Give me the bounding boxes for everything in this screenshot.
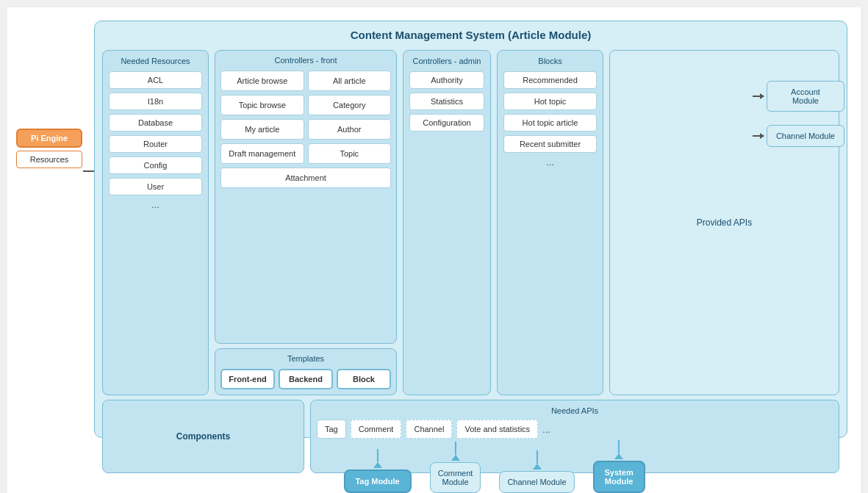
canvas: Pi Engine Resources Content Management S… xyxy=(7,7,861,493)
account-arrow-head xyxy=(760,93,764,99)
resource-router: Router xyxy=(109,135,202,153)
pi-engine: Pi Engine Resources xyxy=(16,129,82,168)
api-tag: Tag xyxy=(317,420,346,439)
ctrl-topic-browse: Topic browse xyxy=(220,95,304,115)
system-arrow-line xyxy=(618,440,620,453)
templates-panel: Templates Front-end Backend Block xyxy=(215,348,397,395)
block-hot-topic-article: Hot topic article xyxy=(503,114,597,132)
blocks-panel: Blocks Recommended Hot topic Hot topic a… xyxy=(497,50,603,395)
layout-wrapper: Pi Engine Resources Content Management S… xyxy=(7,7,861,493)
blocks-dots: ... xyxy=(503,156,597,168)
channel-module-label: Channel Module xyxy=(776,132,835,140)
controllers-front-items: Article browse All article Topic browse … xyxy=(220,71,391,188)
comment-arrow-head xyxy=(451,455,460,461)
resource-database: Database xyxy=(109,114,202,132)
account-arrow-line xyxy=(753,96,760,97)
templates-buttons: Front-end Backend Block xyxy=(220,369,391,389)
controllers-front-title: Controllers - front xyxy=(220,56,391,65)
api-dots: ... xyxy=(542,424,550,435)
arrow-line xyxy=(83,170,94,172)
controllers-front-panel: Controllers - front Article browse All a… xyxy=(215,50,397,344)
blocks-title: Blocks xyxy=(503,57,597,65)
channel-arrow-head xyxy=(760,133,764,139)
template-backend: Backend xyxy=(279,369,333,389)
channel-module-right: Channel Module xyxy=(767,125,844,147)
main-title: Content Management System (Article Modul… xyxy=(95,21,847,46)
admin-statistics: Statistics xyxy=(409,93,484,110)
channel-bottom-group: Channel Module xyxy=(499,450,574,493)
admin-authority: Authority xyxy=(409,71,484,89)
block-hot-topic: Hot topic xyxy=(503,93,597,110)
components-panel: Components xyxy=(102,400,304,473)
tag-module-group: Tag Module xyxy=(343,449,411,493)
channel-bottom-arrow-line xyxy=(536,450,537,464)
tag-module: Tag Module xyxy=(343,469,411,493)
channel-bottom-arrow-head xyxy=(532,464,541,469)
external-modules: AccountModule Channel Module xyxy=(767,81,844,147)
ctrl-all-article: All article xyxy=(308,71,392,91)
account-module-label: AccountModule xyxy=(791,87,820,105)
resource-user: User xyxy=(109,178,202,195)
resource-dots: ... xyxy=(109,199,202,210)
comment-module: CommentModule xyxy=(430,462,481,493)
ctrl-author: Author xyxy=(308,119,392,140)
ctrl-attachment: Attachment xyxy=(220,168,391,188)
template-frontend: Front-end xyxy=(220,369,275,389)
provided-apis-label: Provided APIs xyxy=(697,217,752,228)
pi-engine-label: Pi Engine xyxy=(16,129,82,148)
api-comment: Comment xyxy=(351,420,402,439)
resource-i18n: I18n xyxy=(109,93,202,110)
comment-module-group: CommentModule xyxy=(430,442,481,493)
tag-arrow-line xyxy=(377,449,379,462)
needed-resources-panel: Needed Resources ACL I18n Database Route… xyxy=(102,50,209,395)
needed-apis-title: Needed APIs xyxy=(317,406,833,415)
comment-arrow-line xyxy=(455,442,456,455)
api-channel: Channel xyxy=(406,420,452,439)
api-vote: Vote and statistics xyxy=(456,420,538,439)
account-module: AccountModule xyxy=(767,81,844,112)
channel-arrow-line xyxy=(753,135,760,137)
top-section: Needed Resources ACL I18n Database Route… xyxy=(102,50,839,395)
block-recent-submitter: Recent submitter xyxy=(503,135,597,153)
block-recommended: Recommended xyxy=(503,71,597,89)
needed-apis-items: Tag Comment Channel Vote and statistics … xyxy=(317,420,833,439)
ctrl-draft-management: Draft management xyxy=(220,143,304,164)
account-arrow xyxy=(753,93,764,99)
ctrl-category: Category xyxy=(308,95,392,115)
system-module: SystemModule xyxy=(593,461,645,493)
channel-arrow xyxy=(753,133,764,139)
controllers-admin-title: Controllers - admin xyxy=(409,57,484,65)
ctrl-article-browse: Article browse xyxy=(220,71,304,91)
template-block: Block xyxy=(337,369,391,389)
system-module-group: SystemModule xyxy=(593,440,645,493)
templates-title: Templates xyxy=(220,354,391,363)
tag-arrow-head xyxy=(373,462,382,468)
resource-config: Config xyxy=(109,156,202,174)
admin-configuration: Configuration xyxy=(409,114,484,132)
bottom-modules-row: Tag Module CommentModule Channel Module … xyxy=(343,440,645,493)
components-label: Components xyxy=(176,431,230,442)
ctrl-my-article: My article xyxy=(220,119,304,140)
ctrl-topic: Topic xyxy=(308,143,392,164)
pi-engine-resources: Resources xyxy=(16,151,82,168)
needed-resources-title: Needed Resources xyxy=(109,57,202,65)
system-arrow-head xyxy=(614,453,623,459)
front-column: Controllers - front Article browse All a… xyxy=(215,50,397,395)
resource-acl: ACL xyxy=(109,71,202,89)
diagram-area: Content Management System (Article Modul… xyxy=(94,21,847,438)
channel-bottom-module: Channel Module xyxy=(499,471,574,493)
controllers-admin-panel: Controllers - admin Authority Statistics… xyxy=(403,50,491,395)
